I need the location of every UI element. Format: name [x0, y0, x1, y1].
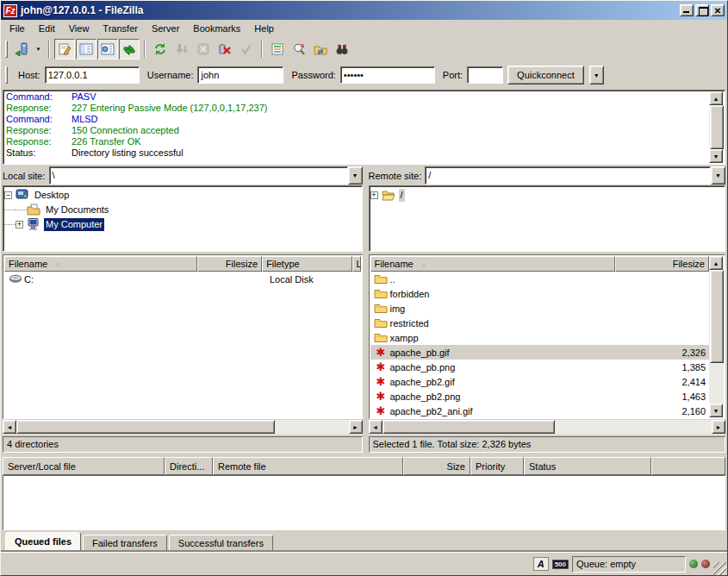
remote-hscrollbar-thumb[interactable]	[383, 420, 555, 434]
remote-site-dropdown-icon[interactable]	[711, 166, 725, 185]
toggle-local-tree-button[interactable]	[76, 39, 96, 59]
menu-transfer[interactable]: Transfer	[96, 22, 145, 35]
queue-column-size[interactable]: Size	[403, 457, 470, 475]
menu-help[interactable]: Help	[247, 22, 281, 35]
file-row-restricted[interactable]: restricted	[370, 316, 710, 330]
local-site-value[interactable]: \	[49, 166, 348, 185]
queue-column-priority[interactable]: Priority	[470, 457, 524, 475]
maximize-button[interactable]	[695, 4, 709, 16]
expand-icon[interactable]: +	[370, 191, 378, 199]
toggle-queue-button[interactable]	[119, 39, 140, 59]
scroll-right-icon[interactable]	[349, 420, 363, 434]
scroll-up-icon[interactable]	[709, 256, 723, 270]
username-input[interactable]	[197, 66, 283, 84]
sort-ascending-icon: ▵	[422, 258, 426, 271]
tree-item-my-computer[interactable]: +My Computer	[4, 217, 361, 232]
menu-view[interactable]: View	[62, 22, 96, 35]
speed-limit-indicator-icon[interactable]: 500	[552, 560, 569, 569]
file-row-[interactable]: ..	[370, 272, 710, 286]
tree-item-my-documents[interactable]: My Documents	[4, 203, 361, 217]
menu-server[interactable]: Server	[145, 22, 186, 35]
local-tree[interactable]: −DesktopMy Documents+My Computer	[3, 185, 363, 252]
queue-column-remote-file[interactable]: Remote file	[213, 457, 403, 475]
toggle-log-button[interactable]	[54, 39, 75, 59]
scroll-up-icon[interactable]	[709, 91, 723, 105]
site-manager-button[interactable]	[11, 39, 32, 59]
remote-vscrollbar[interactable]	[709, 256, 724, 417]
quickconnect-dropdown-button[interactable]	[589, 66, 604, 85]
column-header-filesize[interactable]: Filesize	[615, 256, 710, 272]
file-row-apache-pb2-gif[interactable]: ✱apache_pb2.gif2,414	[370, 374, 710, 389]
column-header-l[interactable]: L	[352, 256, 361, 272]
find-button[interactable]	[332, 39, 352, 59]
local-hscrollbar[interactable]	[3, 420, 363, 435]
log-line-text: 150 Connection accepted	[72, 125, 179, 136]
queue-column-directi[interactable]: Directi...	[165, 457, 213, 475]
close-button[interactable]	[711, 4, 725, 16]
local-site-combo[interactable]: \	[49, 166, 363, 185]
file-row-apache-pb2-ani-gif[interactable]: ✱apache_pb2_ani.gif2,160	[370, 404, 710, 417]
local-site-dropdown-icon[interactable]	[348, 166, 363, 185]
site-manager-dropdown-icon[interactable]	[33, 39, 44, 59]
minimize-button[interactable]	[680, 4, 694, 16]
tree-item-[interactable]: +/	[370, 188, 725, 203]
port-input[interactable]	[467, 66, 503, 84]
scroll-left-icon[interactable]	[369, 420, 383, 434]
file-name: C:	[24, 274, 34, 285]
file-row-img[interactable]: img	[370, 301, 710, 316]
remote-hscrollbar[interactable]	[369, 420, 726, 435]
expand-icon[interactable]: +	[16, 221, 23, 229]
compare-button[interactable]	[289, 39, 309, 59]
file-row-c[interactable]: C:Local Disk	[4, 272, 361, 286]
sync-browse-button[interactable]	[310, 39, 331, 59]
transfer-type-indicator-icon[interactable]: A	[533, 557, 549, 571]
tab-queued-files[interactable]: Queued files	[5, 532, 81, 551]
log-line: Response:226 Transfer OK	[6, 136, 707, 147]
column-header-filetype[interactable]: Filetype	[262, 256, 352, 272]
file-row-apache-pb-png[interactable]: ✱apache_pb.png1,385	[370, 360, 710, 374]
column-header-filename[interactable]: Filename▵	[4, 256, 197, 272]
remote-site-combo[interactable]: /	[425, 166, 725, 185]
tab-successful-transfers[interactable]: Successful transfers	[169, 535, 273, 551]
toggle-remote-tree-button[interactable]	[97, 39, 118, 59]
sort-ascending-icon: ▵	[56, 258, 60, 271]
tab-failed-transfers[interactable]: Failed transfers	[83, 535, 167, 551]
remote-vscrollbar-thumb[interactable]	[710, 270, 724, 363]
filter-button[interactable]	[267, 39, 288, 59]
resize-grip[interactable]	[713, 562, 726, 575]
scroll-left-icon[interactable]	[3, 420, 16, 434]
disconnect-button[interactable]	[215, 39, 235, 59]
file-row-apache-pb-gif[interactable]: ✱apache_pb.gif2,326	[370, 345, 710, 360]
remote-site-value[interactable]: /	[425, 166, 711, 185]
file-row-apache-pb2-png[interactable]: ✱apache_pb2.png1,463	[370, 389, 710, 404]
refresh-button[interactable]	[150, 39, 171, 59]
local-hscrollbar-thumb[interactable]	[16, 420, 275, 434]
password-input[interactable]	[340, 66, 435, 84]
local-file-list[interactable]: Filename▵FilesizeFiletypeLC:Local Disk	[3, 254, 363, 419]
tree-item-desktop[interactable]: −Desktop	[4, 188, 361, 203]
remote-tree[interactable]: +/	[369, 185, 726, 252]
toggle-remote-tree-icon	[101, 42, 115, 56]
message-log[interactable]: Command:PASVResponse:227 Entering Passiv…	[3, 90, 725, 165]
scroll-down-icon[interactable]	[709, 149, 723, 163]
log-line-label: Response:	[6, 103, 72, 114]
log-scrollbar[interactable]	[709, 91, 724, 163]
queue-column-server-local-file[interactable]: Server/Local file	[3, 457, 165, 475]
quickconnect-button[interactable]: Quickconnect	[507, 66, 584, 85]
collapse-icon[interactable]: −	[4, 191, 12, 199]
scroll-right-icon[interactable]	[712, 420, 725, 434]
scroll-down-icon[interactable]	[709, 404, 723, 417]
file-row-forbidden[interactable]: forbidden	[370, 286, 710, 301]
column-header-filename[interactable]: Filename▵	[370, 256, 615, 272]
menu-bookmarks[interactable]: Bookmarks	[186, 22, 247, 35]
log-line-label: Response:	[6, 125, 72, 136]
host-input[interactable]	[45, 66, 140, 84]
menu-file[interactable]: File	[3, 22, 32, 35]
remote-file-list[interactable]: Filename▵Filesize..forbiddenimgrestricte…	[369, 254, 726, 419]
menu-edit[interactable]: Edit	[32, 22, 62, 35]
log-scrollbar-thumb[interactable]	[710, 105, 724, 149]
column-header-filesize[interactable]: Filesize	[197, 256, 262, 272]
queue-list[interactable]	[3, 475, 725, 530]
queue-column-status[interactable]: Status	[524, 457, 651, 475]
file-row-xampp[interactable]: xampp	[370, 330, 710, 345]
